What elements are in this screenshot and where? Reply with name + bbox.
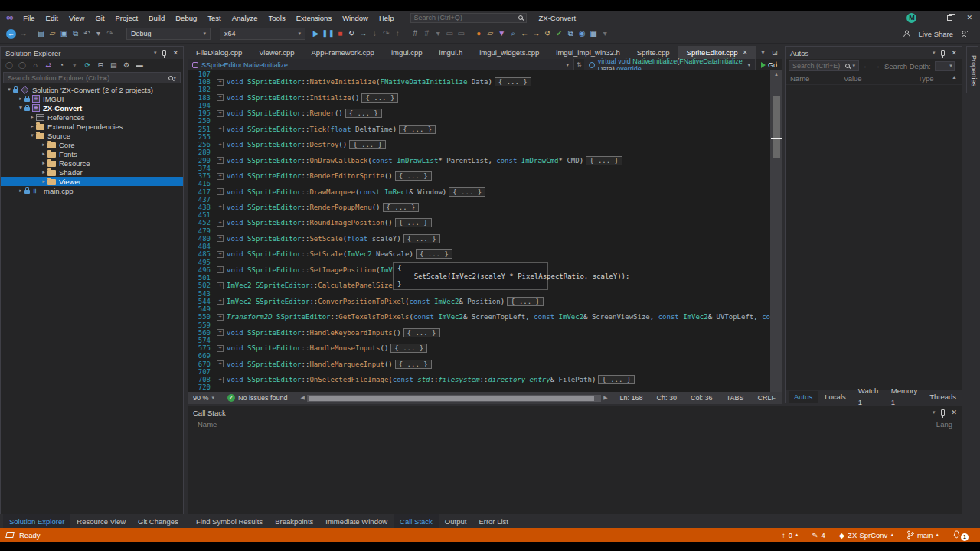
fold-expand-icon[interactable]: +: [217, 235, 224, 242]
redo-icon[interactable]: ↷: [104, 28, 116, 40]
fold-expand-icon[interactable]: +: [217, 126, 224, 132]
autos-search-box[interactable]: ▾: [789, 60, 859, 71]
tree-item-main-cpp[interactable]: ▸⧺main.cpp: [1, 186, 183, 195]
menu-analyze[interactable]: Analyze: [227, 14, 263, 22]
fold-expand-icon[interactable]: +: [217, 188, 224, 195]
search-depth-dropdown[interactable]: ▾: [935, 61, 955, 71]
solution-explorer-header[interactable]: Solution Explorer ▾ ✕: [1, 47, 183, 59]
collapsed-region[interactable]: { ... }: [395, 171, 432, 181]
se-properties-icon[interactable]: ⚙: [122, 59, 130, 71]
minimize-button[interactable]: [927, 18, 933, 18]
feedback-icon[interactable]: [961, 30, 969, 38]
tree-item-viewer[interactable]: ▸Viewer: [1, 177, 183, 186]
fold-expand-icon[interactable]: +: [217, 298, 224, 305]
se-refresh-icon[interactable]: ⟳: [83, 59, 91, 71]
pending-changes-button[interactable]: ✎4: [807, 528, 831, 542]
fold-expand-icon[interactable]: +: [217, 142, 224, 148]
expanded-arrow-icon[interactable]: ▾: [17, 105, 24, 111]
close-tab-icon[interactable]: ✕: [743, 49, 748, 56]
dock-tab-output[interactable]: Output: [439, 514, 473, 528]
zoom-dropdown[interactable]: 90 %▾: [188, 394, 220, 402]
column-indicator[interactable]: Col: 36: [684, 394, 720, 402]
undo-icon[interactable]: ↶: [81, 28, 93, 40]
memory-icon[interactable]: ▭: [456, 28, 467, 40]
menu-file[interactable]: File: [18, 14, 40, 22]
se-switch-views-icon[interactable]: ⇄: [44, 59, 52, 71]
se-forward-icon[interactable]: ◯: [18, 59, 26, 71]
restore-button[interactable]: [947, 15, 952, 21]
collapsed-region[interactable]: { ... }: [586, 156, 622, 165]
dock-tab-immediate-window[interactable]: Immediate Window: [319, 514, 394, 528]
tree-item-core[interactable]: ▸Core: [1, 140, 183, 149]
float-window-icon[interactable]: ⊡: [772, 48, 778, 57]
tree-item-references[interactable]: ▸References: [1, 112, 183, 122]
menu-git[interactable]: Git: [90, 14, 109, 22]
column-type[interactable]: Type: [918, 74, 952, 83]
collapsed-region[interactable]: { ... }: [399, 125, 436, 134]
collapsed-region[interactable]: { ... }: [395, 360, 432, 369]
browser-link-icon[interactable]: ●: [473, 28, 485, 40]
health-indicator[interactable]: No issues found: [220, 394, 296, 402]
se-caret-icon[interactable]: ▾: [70, 59, 78, 71]
tab-locals[interactable]: Locals: [819, 391, 851, 403]
scroll-up-arrow[interactable]: ▲: [770, 72, 782, 77]
fold-expand-icon[interactable]: +: [217, 251, 224, 258]
tabs-indicator[interactable]: TABS: [720, 394, 751, 402]
fold-expand-icon[interactable]: +: [217, 329, 224, 336]
attach-icon[interactable]: ◉: [577, 28, 588, 40]
collapsed-arrow-icon[interactable]: ▸: [40, 142, 47, 148]
solution-search-box[interactable]: ▾: [3, 72, 181, 83]
toolbar-overflow-icon[interactable]: ▾: [599, 28, 611, 40]
incoming-commits-button[interactable]: ↑0▴: [776, 528, 804, 542]
split-editor-button[interactable]: +: [770, 60, 782, 68]
menu-view[interactable]: View: [64, 14, 90, 22]
extension-icon[interactable]: ▦: [588, 28, 599, 40]
platform-dropdown[interactable]: x64▾: [220, 28, 305, 40]
method-dropdown[interactable]: virtual void NativeInitialize(FNativeDat…: [584, 59, 756, 70]
tab-appframework-cpp[interactable]: AppFramework.cpp: [303, 46, 383, 59]
tree-item-solution-zx-convert-2-of-2-projects[interactable]: ▾Solution 'ZX-Convert' (2 of 2 projects): [1, 85, 183, 94]
pin-icon[interactable]: [941, 50, 945, 56]
fold-expand-icon[interactable]: +: [217, 220, 224, 227]
chevron-down-icon[interactable]: ▾: [933, 409, 936, 416]
close-icon[interactable]: ✕: [172, 49, 178, 57]
step-out-icon[interactable]: ↑: [392, 28, 403, 40]
scrollbar-thumb[interactable]: [309, 396, 594, 401]
se-pending-changes-icon[interactable]: ◔: [57, 59, 65, 71]
tree-item-zx-convert[interactable]: ▾⧺ZX-Convert: [1, 103, 183, 112]
search-next-icon[interactable]: →: [874, 62, 880, 70]
nav-forward-gold-icon[interactable]: →: [531, 28, 542, 40]
tab-viewer-cpp[interactable]: Viewer.cpp: [250, 46, 302, 59]
collapsed-region[interactable]: { ... }: [390, 344, 427, 353]
fold-expand-icon[interactable]: +: [217, 345, 224, 352]
fold-expand-icon[interactable]: +: [217, 360, 224, 367]
tree-item-external-dependencies[interactable]: ▸External Dependencies: [1, 122, 183, 131]
se-home-icon[interactable]: ⌂: [31, 59, 39, 71]
menu-extensions[interactable]: Extensions: [291, 14, 337, 22]
fold-expand-icon[interactable]: +: [217, 173, 224, 180]
tab-imgui-cpp[interactable]: imgui.cpp: [383, 46, 431, 59]
dock-tab-call-stack[interactable]: Call Stack: [394, 514, 439, 528]
new-project-icon[interactable]: ▤: [35, 28, 47, 40]
call-stack-header[interactable]: Call Stack ▾ ✕: [188, 406, 962, 419]
menu-project[interactable]: Project: [110, 14, 144, 22]
breakpoints-icon[interactable]: #: [410, 28, 421, 40]
step-over-icon[interactable]: ↷: [381, 28, 392, 40]
menu-window[interactable]: Window: [337, 14, 374, 22]
close-icon[interactable]: ✕: [951, 409, 957, 416]
show-next-statement-icon[interactable]: →: [358, 28, 369, 40]
fold-expand-icon[interactable]: +: [217, 377, 224, 383]
code-editor[interactable]: 107108+void SSpriteEditor::NativeInitial…: [188, 70, 782, 392]
run-tests-icon[interactable]: ✔: [554, 28, 565, 40]
expanded-arrow-icon[interactable]: ▾: [5, 86, 13, 93]
collapsed-region[interactable]: { ... }: [395, 218, 432, 227]
tree-item-source[interactable]: ▾Source: [1, 131, 183, 140]
fold-expand-icon[interactable]: +: [217, 94, 224, 101]
open-folder-icon[interactable]: ▱: [47, 28, 58, 40]
fold-expand-icon[interactable]: +: [217, 204, 224, 210]
collapsed-arrow-icon[interactable]: ▸: [40, 169, 47, 175]
dock-tab-solution-explorer[interactable]: Solution Explorer: [3, 514, 70, 528]
undo-checkout-icon[interactable]: ↺: [542, 28, 554, 40]
tree-item-resource[interactable]: ▸Resource: [1, 158, 183, 168]
dock-tab-git-changes[interactable]: Git Changes: [132, 514, 185, 528]
